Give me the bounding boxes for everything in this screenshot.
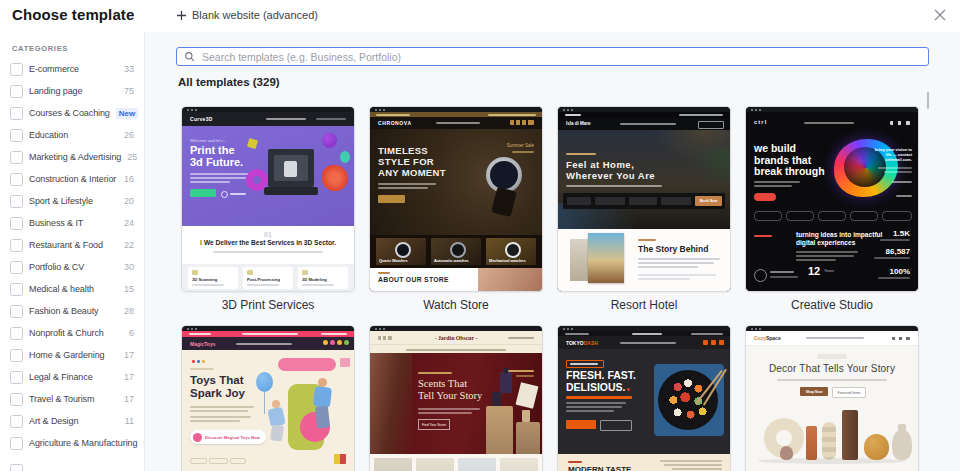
text-placeholder [638,278,690,280]
product-thumb: Quartz Watches [376,238,426,265]
category-checkbox[interactable] [10,327,23,340]
sidebar-item-landing-page[interactable]: Landing page75 [0,83,144,99]
tag-pill [230,458,246,464]
category-count: 17 [124,350,134,360]
product-tile [416,458,454,471]
template-thumbnail[interactable]: ctrl we buildbrands thatbreak through br… [745,106,919,292]
sidebar-item-sport-lifestyle[interactable]: Sport & Lifestyle20 [0,193,144,209]
about-photo [478,268,542,291]
template-card-sushi[interactable]: TOKYODASH FRESH. FAST. DELISIOUS. [557,325,731,471]
category-checkbox[interactable] [10,261,23,274]
template-card-decor[interactable]: CozySpace Decor That Tells Your Story Sh… [745,325,919,471]
sidebar-item-construction-interior[interactable]: Construction & Interior16 [0,171,144,187]
sidebar-item-medical-health[interactable]: Medical & health15 [0,281,144,297]
category-checkbox[interactable] [10,437,23,450]
category-checkbox[interactable] [10,63,23,76]
sidebar-item-art-design[interactable]: Art & Design11 [0,413,144,429]
cta-button-outline [600,420,632,431]
service-label: 3D Scanning [192,277,217,282]
booking-field [661,197,691,205]
template-card-3d-print[interactable]: Curve3D Welcome and let's... Print the3d… [181,106,355,313]
text-placeholder [754,181,800,183]
sidebar-item-partial[interactable] [0,462,144,471]
category-checkbox[interactable] [10,217,23,230]
search-bar[interactable] [176,47,929,66]
template-thumbnail[interactable]: Curve3D Welcome and let's... Print the3d… [181,106,355,292]
scrollbar-thumb[interactable] [927,92,929,109]
category-checkbox[interactable] [10,129,23,142]
product-tile [374,458,412,471]
footer-logo-icon [754,269,767,282]
sidebar-item-restaurant-food[interactable]: Restaurant & Food22 [0,237,144,253]
kid-figure-legs [315,405,330,428]
sidebar-item-agriculture-manufacturing[interactable]: Agriculture & Manufacturing9 [0,435,144,451]
hero-title: Scents ThatTell Your Story [418,378,482,402]
social-icon-square [719,340,724,345]
template-name: Resort Hotel [557,298,731,313]
text-placeholder [512,151,534,153]
sidebar-item-business-it[interactable]: Business & IT24 [0,215,144,231]
sidebar-item-education[interactable]: Education26 [0,127,144,143]
template-thumbnail[interactable]: - Jardin Obscur - Scents ThatTell Your S… [369,325,543,471]
template-card-resort-hotel[interactable]: Isla di Mare Feel at Home,Wherever You A… [557,106,731,313]
category-checkbox[interactable] [10,305,23,318]
template-thumbnail[interactable]: CozySpace Decor That Tells Your Story Sh… [745,325,919,471]
close-button[interactable] [930,6,950,26]
text-placeholder [806,337,864,339]
category-checkbox[interactable] [10,107,23,120]
category-checkbox[interactable] [10,283,23,296]
sidebar-item-courses-coaching[interactable]: Courses & CoachingNew8 [0,105,144,121]
bottom-section: MODERN TASTE [558,454,730,471]
product-thumb: Mechanical watches [486,238,536,265]
text-placeholder [664,464,722,466]
category-checkbox[interactable] [10,371,23,384]
category-checkbox[interactable] [10,349,23,362]
sidebar-item-e-commerce[interactable]: E-commerce33 [0,61,144,77]
sidebar-item-nonprofit-church[interactable]: Nonprofit & Church6 [0,325,144,341]
category-checkbox[interactable] [10,464,23,471]
sidebar-item-travel-tourism[interactable]: Travel & Tourism17 [0,391,144,407]
category-checkbox[interactable] [10,195,23,208]
shape-flower [322,165,348,191]
text-placeholder [770,271,794,273]
template-thumbnail[interactable]: CHRONOVA TIMELESSSTYLE FORANY MOMENT Sum… [369,106,543,292]
site-logo: TOKYODASH [566,340,598,346]
category-count: 28 [124,306,134,316]
template-card-creative-studio[interactable]: ctrl we buildbrands thatbreak through br… [745,106,919,313]
category-checkbox[interactable] [10,415,23,428]
template-thumbnail[interactable]: MagicToys Toys ThatSpark Joy [181,325,355,471]
sidebar-item-legal-finance[interactable]: Legal & Finance17 [0,369,144,385]
sidebar-item-home-gardening[interactable]: Home & Gardening17 [0,347,144,363]
sidebar-item-portfolio-cv[interactable]: Portfolio & CV30 [0,259,144,275]
text-placeholder [192,284,224,286]
category-label: Landing page [29,86,82,96]
category-checkbox[interactable] [10,239,23,252]
products-strip [370,454,542,471]
shape-blob [340,151,350,163]
template-card-toys[interactable]: MagicToys Toys ThatSpark Joy [181,325,355,471]
logo-part-orange: DASH [584,340,598,346]
category-checkbox[interactable] [10,173,23,186]
category-checkbox[interactable] [10,393,23,406]
story-title: The Story Behind [638,244,708,254]
category-checkbox[interactable] [10,151,23,164]
template-thumbnail[interactable]: TOKYODASH FRESH. FAST. DELISIOUS. [557,325,731,471]
gift-box-shape [340,358,350,367]
years-number: 12 [808,265,820,277]
template-thumbnail[interactable]: Isla di Mare Feel at Home,Wherever You A… [557,106,731,292]
sidebar-item-fashion-beauty[interactable]: Fashion & Beauty28 [0,303,144,319]
template-card-watch-store[interactable]: CHRONOVA TIMELESSSTYLE FORANY MOMENT Sum… [369,106,543,313]
text-placeholder [878,167,912,169]
service-card: 3D Modeling [298,267,348,289]
vase-mustard-pot [864,434,889,460]
category-count: 20 [124,196,134,206]
sidebar-item-marketing-advertising[interactable]: Marketing & Advertising25 [0,149,144,165]
blank-website-button[interactable]: Blank website (advanced) [172,7,322,23]
category-count: 24 [124,218,134,228]
search-input[interactable] [200,50,921,64]
template-card-perfume[interactable]: - Jardin Obscur - Scents ThatTell Your S… [369,325,543,471]
text-placeholder [406,349,506,351]
booking-bar: Book Now [563,193,725,209]
category-checkbox[interactable] [10,85,23,98]
text-placeholder [638,266,698,268]
